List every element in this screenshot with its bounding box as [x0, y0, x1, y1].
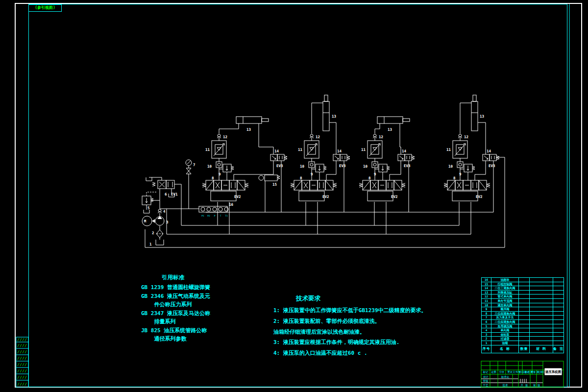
- titleblock-label: 批准: [503, 384, 509, 387]
- valve-tag: EV3: [489, 164, 495, 168]
- part-no: 10: [482, 303, 491, 307]
- table-row: 3齿轮泵: [482, 332, 564, 337]
- part-no: 3: [482, 332, 491, 337]
- table-header-row: 序号 名 称 数量 材 料 备 注: [482, 345, 564, 353]
- manifold-block: [199, 206, 228, 212]
- titleblock-label: 比例: [538, 370, 543, 374]
- component-label: 13: [332, 114, 337, 119]
- table-row: 16油路块: [482, 278, 564, 282]
- part-no: 15: [482, 282, 491, 286]
- component-label: 12: [464, 135, 468, 139]
- titleblock-label: 处数: [491, 370, 497, 374]
- part-name: 行程控制阀: [491, 282, 519, 286]
- tech-line: 4: 液压泵的入口油温不应超过60 c .: [273, 348, 442, 359]
- titleblock-label: 第 张: [533, 384, 540, 387]
- component-label: 8: [453, 176, 456, 180]
- titleblock-label: 工艺: [483, 384, 489, 387]
- component-label: 6: [165, 192, 167, 196]
- table-row: 8三位四通换向阀: [482, 311, 564, 316]
- actuator-group-3: [359, 117, 415, 234]
- part-name: 油路块: [491, 278, 519, 282]
- port-label: T1: [225, 215, 228, 217]
- reference-standards-block: 引用标准 GB 1239 普通圆柱螺旋弹簧 GB 2346 液压气动系统及元 件…: [141, 272, 244, 343]
- part-name: 压力表及开关: [491, 316, 519, 320]
- part-name: 液控单向阀: [491, 303, 519, 307]
- technical-requirements-block: 技术要求 1: 液压装置中的工作弹簧应不低于GB1239中二级精度的要求。 2:…: [273, 293, 442, 359]
- table-row: 13升降液压缸: [482, 290, 564, 294]
- titleblock-label: 分区: [499, 370, 505, 373]
- valve-tag: EV2: [391, 195, 398, 199]
- table-row: 6二位四通换向阀: [482, 319, 564, 324]
- component-label: 8: [300, 176, 302, 180]
- table-row: 14二位三通换向阀: [482, 286, 564, 291]
- titleblock-label: 标准化: [501, 375, 510, 379]
- table-row: 10液控单向阀: [482, 303, 564, 307]
- component-label: 14: [487, 149, 491, 153]
- component-label: 11: [298, 147, 303, 152]
- part-name: 顺序阀: [491, 307, 519, 312]
- tech-line: 1: 液压装置中的工作弹簧应不低于GB1239中二级精度的要求。: [273, 305, 442, 316]
- component-label: 9: [311, 172, 313, 176]
- parts-list-table: 16油路块 15行程控制阀 14二位三通换向阀 13升降液压缸 12管式单向阀 …: [481, 277, 564, 353]
- component-label: 8: [212, 176, 214, 180]
- component-label: 10: [363, 164, 368, 169]
- table-row: 12管式单向阀: [482, 294, 564, 299]
- part-name: 齿轮泵: [491, 332, 519, 337]
- component-label: 14: [337, 149, 342, 153]
- port-label: P2: [207, 215, 210, 217]
- pump-unit: [142, 160, 199, 245]
- tech-title: 技术要求: [296, 293, 442, 305]
- component-label: 9: [374, 172, 376, 176]
- table-row: 1油箱: [482, 341, 564, 345]
- valve-tag: EV3: [339, 164, 346, 168]
- part-no: 16: [482, 278, 491, 282]
- component-label: 4: [163, 209, 166, 214]
- component-label: 11: [361, 147, 366, 152]
- valve-tag: EV3: [404, 164, 411, 168]
- titleblock-label: 审核: [483, 379, 489, 382]
- table-row: 7压力表及开关: [482, 316, 564, 320]
- part-name: 升降液压缸: [491, 290, 519, 294]
- motor-letter: M: [144, 219, 147, 223]
- titleblock-label: 标记: [483, 370, 489, 374]
- standards-line: JB 825 油压系统管路公称: [141, 326, 244, 335]
- valve-tag: EV2: [234, 195, 241, 199]
- valve-tag: EV1: [171, 192, 178, 196]
- col-header: 备 注: [553, 345, 564, 353]
- component-label: 15: [272, 182, 277, 187]
- component-label: 12: [379, 135, 383, 139]
- titleblock-label: 阶段标记: [519, 370, 530, 374]
- part-name: 三位四通换向阀: [491, 311, 519, 316]
- titleblock-label: 设计: [483, 375, 489, 378]
- part-name: 管式单向阀: [491, 294, 519, 299]
- part-no: 8: [482, 311, 491, 316]
- standards-line: 件公称压力系列: [141, 300, 244, 309]
- table-row: 9顺序阀: [482, 307, 564, 312]
- cad-drawing-sheet: (参引视图): [0, 0, 588, 392]
- part-no: 1: [482, 341, 491, 345]
- part-no: 7: [482, 316, 491, 320]
- col-header: 数量: [519, 345, 530, 353]
- part-no: 14: [482, 286, 491, 291]
- component-label: 9: [219, 172, 221, 176]
- component-label: 5: [147, 206, 150, 210]
- component-label: 14: [274, 149, 279, 153]
- standards-line: 通径系列参数: [141, 335, 244, 343]
- bus-lines: [145, 157, 505, 247]
- col-header: 材 料: [530, 345, 553, 353]
- part-name: 单向阀: [491, 328, 519, 333]
- port-label: T: [220, 215, 221, 217]
- edge-strip: [16, 337, 28, 387]
- table-row: 15行程控制阀: [482, 282, 564, 286]
- component-label: 10: [300, 164, 305, 169]
- standards-line: GB 2346 液压气动系统及元: [141, 292, 244, 301]
- table-row: 5先导调压阀: [482, 324, 564, 328]
- component-label: 3: [166, 220, 169, 224]
- part-name: 油箱: [491, 341, 519, 345]
- table-row: 2过滤器: [482, 337, 564, 341]
- component-label: 10: [207, 164, 212, 169]
- component-label: 16: [229, 202, 234, 207]
- component-label: 8: [368, 176, 371, 180]
- table-row: 11单向节流阀: [482, 298, 564, 303]
- tech-line: 油箱经仔细清理后宜涂以浅色耐油漆。: [273, 327, 442, 338]
